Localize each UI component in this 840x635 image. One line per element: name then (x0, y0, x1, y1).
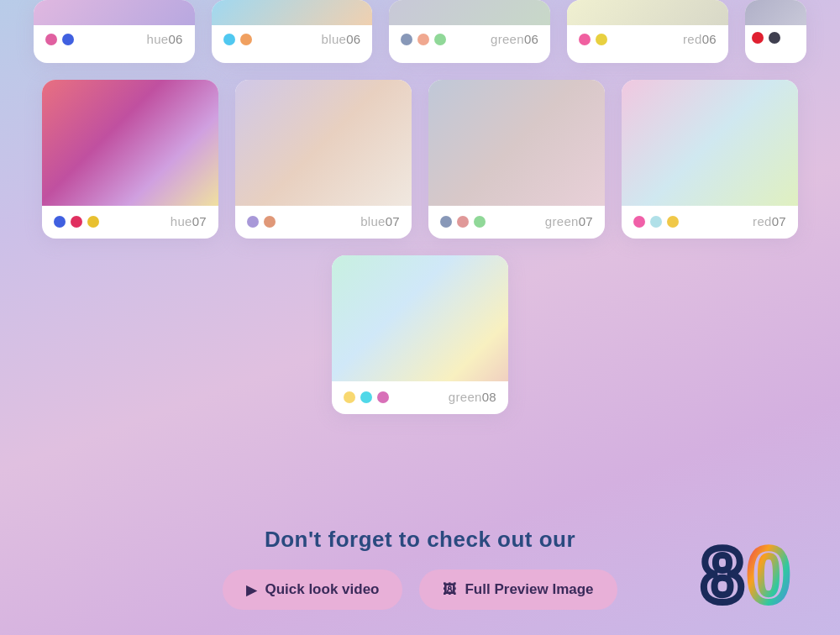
dot (377, 391, 389, 403)
card-footer: green07 (428, 206, 605, 239)
color-dots (579, 34, 607, 45)
video-icon: ▶ (246, 582, 256, 598)
card-blue07: blue07 (235, 80, 412, 239)
dot (667, 216, 679, 228)
color-dots (223, 34, 252, 45)
card-green07: green07 (428, 80, 605, 239)
card-red06-partial: red06 (567, 0, 728, 63)
color-dots (247, 216, 276, 228)
color-dots (54, 216, 99, 228)
card-label: hue06 (147, 32, 183, 46)
dot (457, 216, 469, 228)
row-partial: hue06 blue06 green06 (34, 0, 806, 63)
card-gradient (622, 80, 798, 206)
dot (633, 216, 645, 228)
dot (360, 391, 372, 403)
dot (596, 34, 607, 45)
row-08: green08 (34, 255, 806, 414)
card-hue06-partial: hue06 (34, 0, 195, 63)
dot (87, 216, 99, 228)
card-gradient (389, 0, 550, 25)
dot (579, 34, 591, 45)
color-dots (440, 216, 486, 228)
dot (264, 216, 276, 228)
card-footer: green08 (332, 381, 508, 414)
quick-look-video-button[interactable]: ▶ Quick look video (223, 569, 402, 610)
svg-text:0: 0 (748, 533, 790, 617)
dot (650, 216, 662, 228)
card-red07: red07 (622, 80, 798, 239)
cta-heading: Don't forget to check out our (34, 527, 806, 553)
quick-look-label: Quick look video (265, 581, 379, 598)
card-label: red06 (683, 32, 717, 46)
dot (401, 34, 412, 45)
card-label: blue07 (360, 214, 400, 228)
dot (240, 34, 252, 45)
bottom-section: Don't forget to check out our ▶ Quick lo… (0, 510, 840, 635)
color-dots (752, 32, 780, 44)
dot (247, 216, 259, 228)
color-dots (344, 391, 389, 403)
card-label: green08 (449, 390, 496, 404)
full-preview-label: Full Preview Image (465, 581, 593, 598)
dot (45, 34, 57, 45)
dot (62, 34, 74, 45)
card-label: red07 (753, 214, 786, 228)
buttons-row: ▶ Quick look video 🖼 Full Preview Image (34, 569, 806, 610)
card-footer: red06 (567, 25, 728, 55)
row-07: hue07 blue07 green07 (34, 80, 806, 239)
dot (223, 34, 235, 45)
card-gradient (212, 0, 373, 25)
image-icon: 🖼 (443, 582, 456, 597)
card-footer: blue06 (212, 25, 373, 55)
card-hue07: hue07 (42, 80, 218, 239)
dot (752, 32, 764, 44)
dot (344, 391, 355, 403)
card-footer (745, 25, 806, 50)
card-footer: hue07 (42, 206, 218, 239)
card-gradient (235, 80, 412, 206)
card-label: green06 (491, 32, 538, 46)
card-green08: green08 (332, 255, 508, 414)
svg-text:8: 8 (701, 533, 743, 617)
card-label: green07 (545, 214, 593, 228)
card-gradient (567, 0, 728, 25)
color-dots (401, 34, 446, 45)
dot (769, 32, 780, 44)
logo-80: 8 0 (697, 526, 806, 618)
card-footer: green06 (389, 25, 550, 55)
card-gradient (745, 0, 806, 25)
card-extra-partial (745, 0, 806, 63)
main-content: hue06 blue06 green06 (0, 0, 840, 414)
full-preview-image-button[interactable]: 🖼 Full Preview Image (419, 569, 617, 610)
card-green06-partial: green06 (389, 0, 550, 63)
card-gradient (34, 0, 195, 25)
dot (474, 216, 486, 228)
card-gradient (332, 255, 508, 381)
card-label: blue06 (322, 32, 361, 46)
dot (434, 34, 446, 45)
dot (54, 216, 66, 228)
dot (71, 216, 82, 228)
card-footer: hue06 (34, 25, 195, 55)
card-blue06-partial: blue06 (212, 0, 373, 63)
card-footer: blue07 (235, 206, 412, 239)
dot (440, 216, 452, 228)
card-gradient (42, 80, 218, 206)
card-footer: red07 (622, 206, 798, 239)
card-label: hue07 (171, 214, 207, 228)
color-dots (633, 216, 679, 228)
dot (417, 34, 429, 45)
color-dots (45, 34, 74, 45)
card-gradient (428, 80, 605, 206)
